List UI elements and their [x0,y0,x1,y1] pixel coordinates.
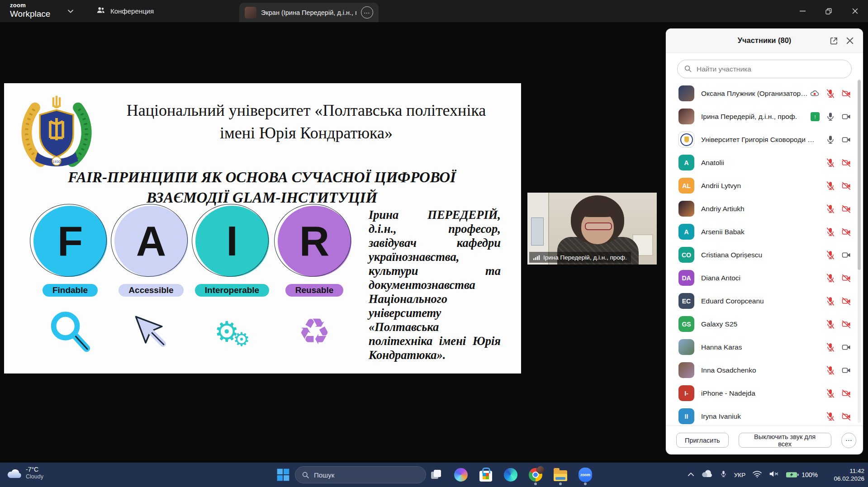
mic-status-icon [825,296,835,306]
zoom-workplace-logo: zoom Workplace [10,2,50,18]
camera-status-icon [841,89,851,99]
speaker-video-tile[interactable]: Ірина Передерій, д.і.н., проф. [527,193,657,265]
participant-row[interactable]: IIIryna Ivaniuk [666,405,863,428]
participant-row[interactable]: Hanna Karas [666,336,863,359]
taskbar-search[interactable]: Пошук [295,466,426,483]
more-options-button[interactable]: ⋯ [841,433,856,448]
people-icon [96,5,106,17]
participant-row[interactable]: I-iPhone - Nadejda [666,382,863,405]
tray-chevron-icon[interactable] [688,471,694,479]
magnifier-icon [47,307,94,356]
mic-status-icon [825,273,835,283]
fair-circle: I [195,206,269,277]
weather-desc: Cloudy [26,473,43,480]
mic-status-icon [825,227,835,237]
tab-screen-share[interactable]: Экран (Ірина Передерій, д.і.н., п ⋯ [239,3,379,22]
volume-muted-icon[interactable] [769,470,779,480]
battery-indicator[interactable]: 100% [786,471,818,478]
tab-conference[interactable]: Конференция [96,0,154,22]
chrome-profile-avatar [536,466,545,474]
chrome-icon[interactable] [527,467,544,483]
participant-avatar: AL [678,178,694,194]
participant-name: Ірина Передерій, д.і.н., проф. [701,113,797,121]
participant-avatar [678,362,694,378]
copilot-icon[interactable] [453,467,469,483]
university-logo-icon: 1930 [17,93,96,169]
participant-row[interactable]: Ірина Передерій, д.і.н., проф.↑ [666,105,863,128]
weather-widget[interactable]: -7°C Cloudy [6,466,43,480]
wifi-icon[interactable] [752,470,762,480]
participants-list: Оксана Плужник (Организатор, я)Ірина Пер… [666,82,863,428]
battery-icon [786,471,799,478]
zoom-icon[interactable]: zoom [577,467,593,483]
participant-name: Університет Григорія Сковороди в П... [701,136,815,144]
participant-row[interactable]: AArsenii Babak [666,220,863,243]
participant-row[interactable]: ECEduard Coropceanu [666,289,863,312]
mic-status-icon [825,158,835,168]
fair-letter: F [57,217,83,265]
restore-button[interactable] [816,0,842,22]
participant-row[interactable]: GSGalaxy S25 [666,312,863,336]
fair-letter: R [299,217,329,265]
mic-status-icon [825,250,835,260]
running-indicator-dot [534,482,537,485]
participants-scrollbar[interactable] [858,79,861,423]
cursor-icon [129,307,173,356]
fair-column-a: AAccessible [111,206,191,356]
participant-avatar: DA [678,270,694,286]
camera-status-icon [841,112,851,122]
microphone-tray-icon[interactable] [720,469,727,480]
speaker-bio-text: Ірина ПЕРЕДЕРІЙ, д.і.н., професор, завід… [369,208,501,362]
participant-name: iPhone - Nadejda [701,389,755,397]
invite-button[interactable]: Пригласить [676,433,729,448]
participant-avatar [678,201,694,217]
screen-share-indicator-icon: ↑ [811,112,820,121]
mute-all-button[interactable]: Выключить звук для всех [739,433,831,448]
camera-status-icon [841,296,851,306]
search-icon [684,65,692,75]
taskbar-search-label: Пошук [314,471,334,479]
camera-status-icon [841,158,851,168]
chevron-down-icon[interactable] [67,8,74,15]
brand-line2: Workplace [10,9,50,18]
participant-row[interactable]: COCristiana Oprișescu [666,243,863,266]
participant-avatar: A [678,224,694,240]
running-indicator-dot [559,482,562,485]
search-participant-input[interactable] [677,60,852,78]
participant-row[interactable]: DADiana Antoci [666,266,863,289]
search-icon [302,471,309,479]
speaker-avatar [245,7,256,19]
participant-row[interactable]: AAnatolii [666,151,863,174]
window-titlebar: zoom Workplace Конференция Экран (Ірина … [0,0,868,22]
explorer-icon[interactable] [552,467,569,483]
taskbar-clock[interactable]: 11:42 06.02.2026 [825,467,864,482]
onedrive-icon[interactable] [701,470,713,480]
camera-status-icon [841,365,851,375]
start-button[interactable] [276,468,290,482]
mic-status-icon [825,365,835,375]
tab-more-icon[interactable]: ⋯ [361,6,373,19]
participant-row[interactable]: Inna Osadchenko [666,359,863,382]
participant-avatar [678,339,694,355]
minimize-button[interactable] [789,0,816,22]
fair-letter: I [226,217,238,265]
popout-icon[interactable] [828,35,840,47]
participants-panel: Участники (80) Оксана Плужник (Организат… [666,28,863,454]
camera-status-icon [841,250,851,260]
taskview-icon[interactable] [428,467,444,483]
windows-taskbar: -7°C Cloudy Пошук zoom [0,463,868,487]
participant-row[interactable]: Оксана Плужник (Организатор, я) [666,82,863,105]
participant-avatar: EC [678,293,694,309]
scrollbar-thumb[interactable] [858,80,861,270]
close-button[interactable] [842,0,868,22]
participant-avatar [678,132,694,147]
participant-row[interactable]: ALAndrii Lytvyn [666,174,863,197]
participant-row[interactable]: Andriy Artiukh [666,197,863,220]
close-panel-icon[interactable] [844,35,856,47]
store-icon[interactable] [478,467,494,483]
language-indicator[interactable]: УКР [734,472,745,478]
edge-icon[interactable] [503,467,519,483]
participant-row[interactable]: Університет Григорія Сковороди в П... [666,128,863,151]
mic-status-icon [825,112,835,122]
participant-name: Cristiana Oprișescu [701,251,762,259]
